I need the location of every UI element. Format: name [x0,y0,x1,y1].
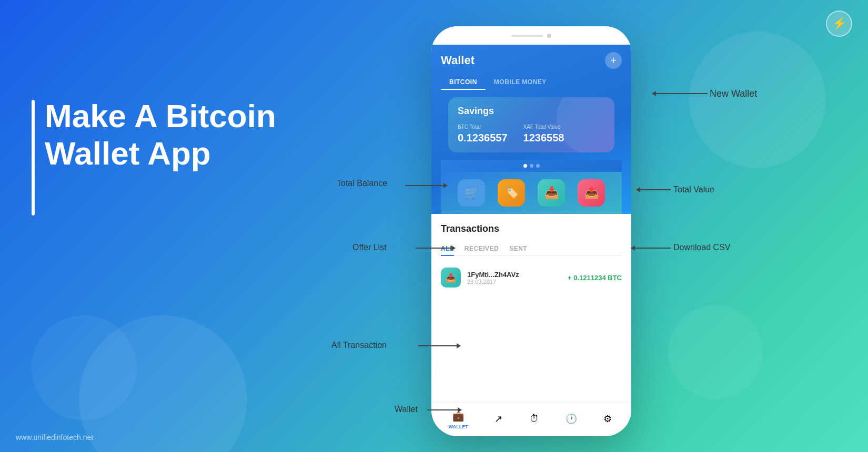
settings-nav-icon: ⚙ [601,413,614,425]
phone-mockup: Wallet + BITCOIN MOBILE MONEY Savings [431,26,631,436]
wallet-nav-arrow-line [427,409,461,410]
phone-screen: Wallet + BITCOIN MOBILE MONEY Savings [431,45,631,436]
tab-mobile-money[interactable]: MOBILE MONEY [486,74,555,90]
share-button[interactable]: 📤 [578,179,605,207]
tx-details: 1FyMtl...Zh4AVz 23.03.2017 [467,271,561,285]
xaf-total-col: XAF Total Value 1236558 [523,124,564,144]
phone-notch-area [431,26,631,45]
decorative-circle-4 [668,305,763,399]
download-csv-arrow-line [631,248,671,249]
transaction-tabs: ALL RECEIVED SENT [441,242,622,256]
tx-received-icon: 📥 [441,268,461,287]
decorative-circle-2 [32,315,137,420]
left-accent-bar [32,100,35,215]
total-value-arrowhead [636,187,640,192]
btc-total-col: BTC Total 0.1236557 [458,124,508,144]
xaf-value: 1236558 [523,132,564,143]
phone-notch [500,30,563,42]
xaf-label: XAF Total Value [523,124,564,130]
nav-history[interactable]: 🕐 [565,413,578,427]
download-csv-annotation: Download CSV [673,243,731,252]
offer-list-button[interactable]: 🛒 [458,179,485,207]
new-wallet-arrowhead [652,91,656,96]
tab-bitcoin[interactable]: BITCOIN [441,74,486,90]
transactions-section: Transactions ALL RECEIVED SENT 📥 [431,214,631,372]
timer-nav-icon: ⏱ [528,413,541,425]
total-balance-annotation: Total Balance [337,179,387,188]
wallet-nav-arrowhead [458,407,462,413]
send-nav-icon: ↗ [492,413,504,425]
website-credit: www.unifiedinfotech.net [16,433,93,441]
new-wallet-annotation: New Wallet [710,88,757,99]
headline-line1: Make A Bitcoin [45,98,276,134]
tag-button[interactable]: 🏷️ [498,179,525,207]
download-csv-arrowhead [631,245,635,251]
wallet-tabs: BITCOIN MOBILE MONEY [441,74,622,90]
nav-wallet[interactable]: 💼 WALLET [449,410,468,429]
screen-header: Wallet + BITCOIN MOBILE MONEY Savings [431,45,631,214]
total-value-arrow-line [637,189,671,190]
headline: Make A Bitcoin Wallet App [45,97,276,172]
tab-received[interactable]: RECEIVED [465,242,499,255]
tx-address: 1FyMtl...Zh4AVz [467,271,561,279]
wallet-title-row: Wallet + [441,52,622,69]
tx-date: 23.03.2017 [467,279,561,285]
dot-2 [530,164,533,168]
headline-line2: Wallet App [45,135,211,171]
new-wallet-arrow-line [652,93,708,94]
tx-amount: + 0.1211234 BTC [568,274,622,282]
offer-list-arrowhead [451,245,456,251]
notch-line [511,35,543,37]
all-transaction-arrow-line [418,345,460,346]
offer-list-annotation: Offer List [352,243,387,252]
transactions-title: Transactions [441,223,622,234]
download-button[interactable]: 📥 [538,179,565,207]
wallet-title: Wallet [441,54,475,67]
total-value-annotation: Total Value [673,185,714,194]
all-transaction-arrowhead [457,343,461,348]
nav-wallet-label: WALLET [449,424,468,429]
new-wallet-button[interactable]: + [605,52,622,69]
dot-1 [523,164,527,168]
nav-timer[interactable]: ⏱ [528,413,541,427]
savings-balance-row: BTC Total 0.1236557 XAF Total Value 1236… [458,124,605,144]
phone-frame: Wallet + BITCOIN MOBILE MONEY Savings [431,26,631,436]
btc-value: 0.1236557 [458,132,508,143]
btc-label: BTC Total [458,124,508,130]
savings-label: Savings [458,106,605,117]
nav-settings[interactable]: ⚙ [601,413,614,427]
nav-send[interactable]: ↗ [492,413,504,427]
decorative-circle-3 [689,32,826,168]
logo-icon: ⚡ [826,11,852,37]
total-balance-arrow-line [405,185,447,186]
notch-dot [547,34,551,38]
history-nav-icon: 🕐 [565,413,578,425]
action-buttons-row: 🛒 🏷️ 📥 📤 [441,172,622,214]
offer-list-arrow-line [416,248,455,249]
tab-sent[interactable]: SENT [509,242,527,255]
all-transaction-annotation: All Transaction [331,341,387,350]
total-balance-arrowhead [443,183,448,188]
dot-3 [536,164,540,168]
savings-card: Savings BTC Total 0.1236557 XAF Total Va… [448,97,614,152]
transaction-item: 📥 1FyMtl...Zh4AVz 23.03.2017 + 0.1211234… [441,263,622,292]
wallet-nav-annotation: Wallet [395,405,418,414]
card-pagination-dots [441,160,622,172]
